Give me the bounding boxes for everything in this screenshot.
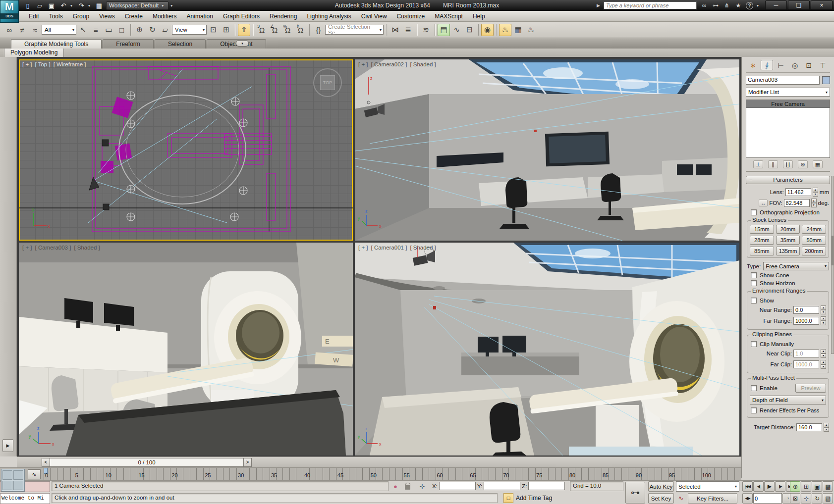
viewport-menu-shading[interactable]: [ Shaded ]: [410, 245, 436, 251]
far-range-spinner[interactable]: ▴▾: [821, 316, 826, 325]
zoom-icon[interactable]: ⊕: [790, 481, 800, 492]
minimize-button[interactable]: ─: [765, 0, 787, 10]
reference-coordinate-dropdown[interactable]: View ▾: [172, 25, 207, 35]
select-and-manipulate-icon[interactable]: ⊞: [220, 24, 232, 36]
redo-icon[interactable]: ↷: [76, 1, 86, 10]
infocenter-expand-icon[interactable]: ▶: [597, 3, 600, 8]
next-frame-icon[interactable]: |▶: [775, 481, 785, 492]
render-per-pass-checkbox[interactable]: [751, 407, 757, 413]
modifier-list-dropdown[interactable]: Modifier List ▾: [746, 88, 830, 97]
lens-field[interactable]: 11.462: [785, 188, 811, 196]
add-time-tag-label[interactable]: Add Time Tag: [516, 495, 552, 502]
fov-field[interactable]: 82.548: [784, 199, 810, 207]
make-unique-icon[interactable]: ∐: [783, 160, 793, 168]
lens-spinner[interactable]: ▴▾: [813, 188, 818, 197]
angle-snap-icon[interactable]: ∠Ω: [269, 24, 281, 36]
render-production-icon[interactable]: ♨: [525, 24, 537, 36]
maxscript-mini-listener[interactable]: Welcome to Mi: [0, 493, 50, 504]
menu-graph-editors[interactable]: Graph Editors: [218, 12, 265, 21]
menu-lighting-analysis[interactable]: Lighting Analysis: [302, 12, 356, 21]
far-range-field[interactable]: 1000.0: [793, 317, 819, 325]
key-mode-toggle-icon[interactable]: ◀▶: [742, 493, 753, 504]
window-crossing-toggle-icon[interactable]: □: [115, 24, 128, 36]
target-distance-field[interactable]: 160.0: [796, 423, 822, 431]
pin-stack-icon[interactable]: ⊥: [753, 160, 763, 168]
viewport-menu-shading[interactable]: [ Shaded ]: [410, 61, 436, 67]
current-frame-field[interactable]: [753, 493, 782, 504]
use-pivot-point-center-icon[interactable]: ⊡: [207, 24, 220, 36]
near-range-field[interactable]: 0.0: [793, 306, 819, 314]
infocenter-search-input[interactable]: [604, 1, 697, 9]
edit-named-selection-sets-icon[interactable]: {}: [312, 24, 325, 36]
stock-lens-20mm[interactable]: 20mm: [776, 225, 800, 234]
restore-button[interactable]: ❏: [788, 0, 810, 10]
rendered-frame-window-icon[interactable]: ▦: [512, 24, 524, 36]
env-show-checkbox[interactable]: [751, 298, 757, 303]
ribbon-tab-graphite-modeling-tools[interactable]: Graphite Modeling Tools: [11, 39, 102, 49]
time-slider-handle[interactable]: < 0 / 100 >: [42, 458, 252, 467]
previous-frame-icon[interactable]: ◀|: [753, 481, 764, 492]
object-name-field[interactable]: Camera003: [746, 76, 820, 85]
subscription-center-icon[interactable]: ⊶: [712, 2, 720, 9]
selection-set-dropdown[interactable]: Selected ▾: [676, 481, 739, 492]
set-project-folder-icon[interactable]: ▦: [94, 1, 104, 10]
show-horizon-checkbox[interactable]: [751, 280, 757, 286]
open-file-icon[interactable]: ▱: [35, 1, 45, 10]
time-tag-cube-icon[interactable]: □: [503, 493, 513, 503]
help-icon[interactable]: ?: [746, 2, 753, 9]
open-mini-curve-editor-icon[interactable]: ∿: [28, 469, 41, 479]
play-animation-icon[interactable]: ▶: [764, 481, 775, 492]
tab-polygon-modeling[interactable]: Polygon Modeling: [4, 49, 64, 57]
new-scene-icon[interactable]: ▯: [23, 1, 33, 10]
redo-dropdown-icon[interactable]: ▾: [88, 3, 92, 8]
render-setup-icon[interactable]: ♨: [499, 24, 511, 36]
orbit-icon[interactable]: ↻: [812, 493, 822, 504]
ribbon-tab-freeform[interactable]: Freeform: [103, 39, 154, 49]
x-coordinate-field[interactable]: [439, 482, 476, 490]
application-menu-button[interactable]: M 3DS: [0, 0, 19, 23]
multipass-type-dropdown[interactable]: Depth of Field ▾: [750, 396, 826, 404]
schematic-view-icon[interactable]: ⊟: [463, 24, 476, 36]
maximize-viewport-toggle-icon[interactable]: ▧: [823, 493, 833, 504]
selection-filter-dropdown[interactable]: All ▾: [42, 25, 76, 35]
quick-access-overflow-icon[interactable]: ▾: [170, 3, 174, 8]
workspace-selector[interactable]: Workspace: Default ▾: [106, 1, 168, 10]
viewport-menu-pov[interactable]: [ Top ]: [35, 61, 51, 67]
search-icon[interactable]: ∞: [700, 2, 708, 9]
z-coordinate-field[interactable]: [528, 482, 565, 490]
utilities-tab-icon[interactable]: ⊤: [817, 60, 829, 70]
target-distance-spinner[interactable]: ▴▾: [824, 423, 829, 432]
viewport-camera001[interactable]: x y z [ + ] [ Camera001 ] [ Shaded ]: [355, 243, 739, 455]
track-bar[interactable]: ∿ 05101520253035404550556065707580859095…: [0, 467, 741, 480]
stock-lens-50mm[interactable]: 50mm: [802, 236, 826, 245]
zoom-all-icon[interactable]: ⊞: [801, 481, 811, 492]
remove-modifier-icon[interactable]: ⊗: [798, 160, 808, 168]
keyboard-shortcut-override-icon[interactable]: ⇧: [238, 24, 250, 36]
ribbon-display-dropdown-icon[interactable]: ▾: [236, 40, 249, 47]
menu-tools[interactable]: Tools: [44, 12, 68, 21]
menu-edit[interactable]: Edit: [24, 12, 44, 21]
align-icon[interactable]: ≣: [402, 24, 414, 36]
menu-group[interactable]: Group: [68, 12, 94, 21]
menu-maxscript[interactable]: MAXScript: [430, 12, 468, 21]
stock-lens-28mm[interactable]: 28mm: [750, 236, 774, 245]
communication-center-icon[interactable]: ⋔: [723, 2, 731, 9]
region-zoom-icon[interactable]: ⊠: [790, 493, 800, 504]
bind-to-space-warp-icon[interactable]: ≈: [29, 24, 41, 36]
material-editor-icon[interactable]: ◉: [481, 24, 494, 36]
percent-snap-icon[interactable]: %Ω: [281, 24, 294, 36]
zoom-extents-all-icon[interactable]: ▩: [823, 481, 833, 492]
select-and-link-icon[interactable]: ∞: [3, 24, 15, 36]
menu-help[interactable]: Help: [468, 12, 490, 21]
help-dropdown-icon[interactable]: ▾: [757, 3, 761, 8]
far-clip-field[interactable]: 1000.0: [793, 360, 819, 368]
viewport-menu-general[interactable]: [ + ]: [22, 245, 32, 251]
stock-lens-85mm[interactable]: 85mm: [750, 247, 774, 255]
next-frame-button[interactable]: >: [243, 458, 252, 467]
snaps-toggle-icon[interactable]: 3Ω: [256, 24, 268, 36]
viewport-camera002[interactable]: z x y z [ + ] [ Camera002 ] [ Shaded ]: [355, 59, 739, 241]
auto-key-button[interactable]: Auto Key: [648, 481, 674, 492]
display-tab-icon[interactable]: ⊡: [803, 60, 815, 70]
save-file-icon[interactable]: ▣: [47, 1, 56, 10]
select-object-icon[interactable]: ↖: [77, 24, 89, 36]
